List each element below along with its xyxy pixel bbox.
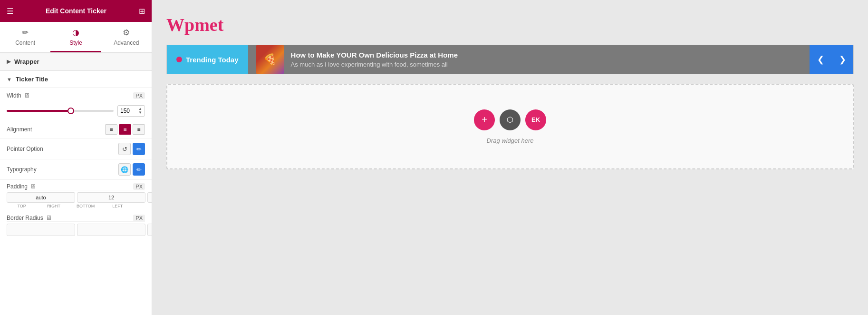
- border-top-left-input[interactable]: [7, 224, 75, 236]
- border-bottom-right-input[interactable]: [147, 224, 152, 236]
- sidebar-title: Edit Content Ticker: [46, 7, 106, 15]
- typography-buttons: 🌐 ✏: [118, 163, 145, 176]
- padding-header: Padding 🖥 PX: [7, 183, 145, 190]
- ticker-subtext: As much as I love experimenting with foo…: [291, 61, 458, 68]
- ticker-text-area: How to Make YOUR Own Delicious Pizza at …: [291, 51, 458, 68]
- padding-bottom-label: BOTTOM: [71, 204, 101, 208]
- monitor-icon: 🖥: [24, 92, 30, 99]
- ticker-label-text: Trending Today: [186, 56, 239, 64]
- width-label: Width: [7, 92, 21, 99]
- align-left-button[interactable]: ≡: [105, 124, 117, 135]
- border-radius-row: Border Radius 🖥 PX 🔗: [0, 211, 152, 239]
- typography-label: Typography: [7, 166, 37, 173]
- folder-button[interactable]: ⬡: [500, 109, 521, 130]
- tab-advanced[interactable]: ⚙ Advanced: [101, 22, 152, 52]
- sidebar-body: ▶ Wrapper ▼ Ticker Title Width 🖥 PX 150: [0, 53, 152, 315]
- padding-label-spacer: [135, 204, 145, 208]
- width-arrows[interactable]: ▲ ▼: [138, 107, 142, 115]
- drop-zone: + ⬡ EK Drag widget here: [166, 84, 854, 169]
- grid-icon[interactable]: ⊞: [139, 7, 145, 16]
- width-unit-badge[interactable]: PX: [133, 92, 145, 99]
- ticker-title-chevron-icon: ▼: [7, 77, 12, 82]
- padding-inputs: auto 12 auto 12 🔗: [7, 192, 145, 203]
- typography-row: Typography 🌐 ✏: [0, 159, 152, 180]
- wrapper-label: Wrapper: [14, 58, 39, 65]
- ticker-thumb-image: 🍕: [256, 45, 284, 74]
- tab-content-label: Content: [15, 39, 35, 46]
- pointer-reset-button[interactable]: ↺: [118, 143, 131, 155]
- tab-style-label: Style: [69, 39, 82, 46]
- alignment-label: Alignment: [7, 126, 32, 133]
- pointer-edit-button[interactable]: ✏: [133, 143, 145, 155]
- style-icon: ◑: [72, 28, 79, 38]
- border-unit-badge[interactable]: PX: [133, 215, 145, 221]
- hamburger-icon[interactable]: ☰: [7, 7, 13, 16]
- wrapper-chevron-icon: ▶: [7, 59, 10, 65]
- width-control-row: Width 🖥 PX: [0, 88, 152, 103]
- padding-bottom-input[interactable]: auto: [147, 192, 152, 203]
- border-top-right-input[interactable]: [77, 224, 145, 236]
- pointer-option-buttons: ↺ ✏: [118, 143, 145, 155]
- ticker-title-label: Ticker Title: [16, 76, 48, 83]
- padding-top-input[interactable]: auto: [7, 192, 75, 203]
- alignment-control-row: Alignment ≡ ≡ ≡: [0, 120, 152, 139]
- border-monitor-icon: 🖥: [46, 214, 52, 221]
- sidebar: ☰ Edit Content Ticker ⊞ ✏ Content ◑ Styl…: [0, 0, 152, 315]
- align-center-button[interactable]: ≡: [119, 124, 131, 135]
- ticker-label-area: Trending Today: [167, 45, 248, 74]
- alignment-buttons: ≡ ≡ ≡: [105, 124, 145, 135]
- typography-globe-button[interactable]: 🌐: [118, 163, 131, 176]
- width-slider-fill: [7, 110, 71, 112]
- ek-button[interactable]: EK: [525, 109, 546, 130]
- ticker-next-button[interactable]: ❯: [831, 45, 853, 74]
- sidebar-tabs: ✏ Content ◑ Style ⚙ Advanced: [0, 22, 152, 53]
- ticker-widget: Trending Today 🍕 How to Make YOUR Own De…: [166, 45, 854, 74]
- tab-advanced-label: Advanced: [114, 39, 139, 46]
- brand-title: Wpmet: [166, 14, 854, 35]
- slider-row: 150 ▲ ▼: [0, 103, 152, 120]
- content-icon: ✏: [22, 28, 29, 38]
- main-content: Wpmet Trending Today 🍕 How to Make YOUR …: [152, 0, 868, 315]
- width-number-input[interactable]: 150 ▲ ▼: [117, 105, 145, 117]
- drop-zone-text: Drag widget here: [487, 137, 534, 144]
- padding-top-label: TOP: [7, 204, 37, 208]
- wrapper-section-header[interactable]: ▶ Wrapper: [0, 53, 152, 70]
- drop-zone-buttons: + ⬡ EK: [474, 109, 546, 130]
- ticker-content-area: 🍕 How to Make YOUR Own Delicious Pizza a…: [248, 45, 810, 74]
- ticker-title-section-header[interactable]: ▼ Ticker Title: [0, 70, 152, 88]
- typography-edit-button[interactable]: ✏: [133, 163, 145, 176]
- padding-label: Padding: [7, 183, 28, 190]
- border-radius-inputs: 🔗: [7, 224, 145, 236]
- pointer-option-label: Pointer Option: [7, 146, 43, 152]
- ticker-prev-button[interactable]: ❮: [810, 45, 831, 74]
- width-input-field[interactable]: 150: [120, 108, 137, 114]
- padding-right-input[interactable]: 12: [77, 192, 145, 203]
- pointer-option-row: Pointer Option ↺ ✏: [0, 139, 152, 159]
- padding-unit-badge[interactable]: PX: [133, 183, 145, 190]
- ticker-nav: ❮ ❯: [810, 45, 853, 74]
- tab-style[interactable]: ◑ Style: [50, 22, 101, 52]
- border-radius-header: Border Radius 🖥 PX: [7, 214, 145, 222]
- padding-monitor-icon: 🖥: [30, 183, 36, 190]
- width-slider-thumb[interactable]: [68, 108, 74, 114]
- ticker-dot-icon: [176, 57, 182, 62]
- padding-labels: TOP RIGHT BOTTOM LEFT: [7, 204, 145, 208]
- padding-right-label: RIGHT: [39, 204, 68, 208]
- sidebar-header: ☰ Edit Content Ticker ⊞: [0, 0, 152, 22]
- canvas-area: Wpmet Trending Today 🍕 How to Make YOUR …: [152, 0, 868, 315]
- tab-content[interactable]: ✏ Content: [0, 22, 50, 52]
- padding-left-label: LEFT: [103, 204, 133, 208]
- padding-row: Padding 🖥 PX auto 12 auto 12 🔗 TOP RIGHT…: [0, 180, 152, 211]
- width-slider-track[interactable]: [7, 110, 114, 112]
- border-radius-label: Border Radius: [7, 215, 43, 221]
- advanced-icon: ⚙: [123, 28, 130, 38]
- align-right-button[interactable]: ≡: [133, 124, 145, 135]
- add-widget-button[interactable]: +: [474, 109, 495, 130]
- ticker-thumbnail: 🍕: [256, 45, 284, 74]
- ticker-headline: How to Make YOUR Own Delicious Pizza at …: [291, 51, 458, 59]
